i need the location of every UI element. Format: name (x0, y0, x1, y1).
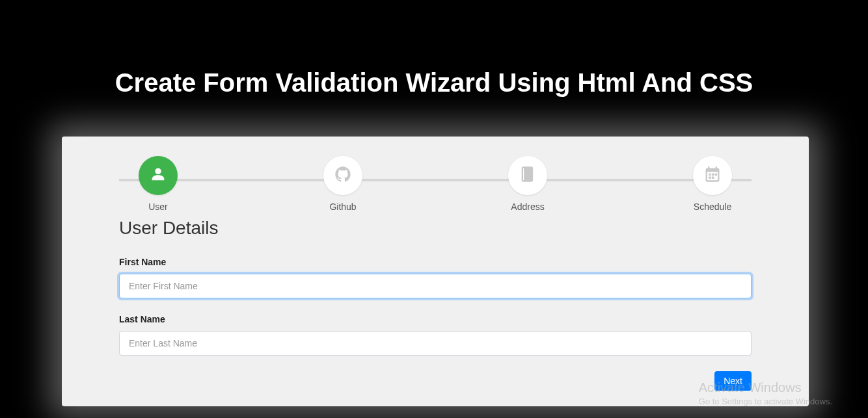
step-user-label: User (148, 202, 168, 212)
user-icon (149, 165, 167, 186)
step-address-label: Address (511, 202, 544, 212)
last-name-group: Last Name (119, 314, 752, 356)
calendar-icon (703, 165, 722, 186)
stepper: User Github Address (119, 156, 752, 215)
github-icon (334, 165, 352, 186)
svg-point-0 (155, 168, 161, 174)
step-user-circle (139, 156, 178, 195)
step-address-circle (508, 156, 547, 195)
step-schedule-label: Schedule (694, 202, 731, 212)
stepper-items: User Github Address (119, 156, 752, 212)
last-name-input[interactable] (119, 331, 752, 356)
last-name-label: Last Name (119, 314, 752, 324)
step-address[interactable]: Address (508, 156, 547, 212)
step-schedule[interactable]: Schedule (693, 156, 732, 212)
first-name-input[interactable] (119, 274, 752, 298)
form-actions: Next (62, 371, 809, 391)
step-github-circle (323, 156, 362, 195)
step-github-label: Github (329, 202, 356, 212)
step-github[interactable]: Github (323, 156, 362, 212)
section-title: User Details (119, 218, 752, 239)
book-icon (519, 165, 537, 186)
first-name-label: First Name (119, 257, 752, 267)
step-schedule-circle (693, 156, 732, 195)
wizard-card: User Github Address (62, 137, 809, 406)
page-title: Create Form Validation Wizard Using Html… (0, 0, 868, 98)
next-button[interactable]: Next (714, 371, 752, 391)
step-user[interactable]: User (139, 156, 178, 212)
first-name-group: First Name (119, 257, 752, 298)
form-area: User Details First Name Last Name (62, 215, 809, 356)
